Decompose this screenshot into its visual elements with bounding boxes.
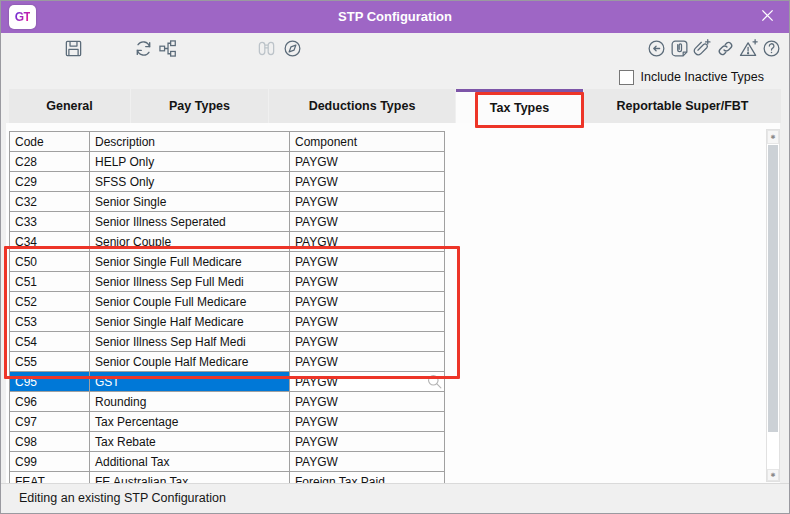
table-row[interactable]: C98Tax RebatePAYGW	[10, 432, 445, 452]
vertical-scrollbar[interactable]: ✱ ✱	[766, 129, 780, 482]
table-row[interactable]: C29SFSS OnlyPAYGW	[10, 172, 445, 192]
table-row[interactable]: C95GSTPAYGW	[10, 372, 445, 392]
cell-code[interactable]: C99	[10, 452, 90, 472]
close-icon	[761, 8, 774, 26]
column-header-component[interactable]: Component	[290, 132, 445, 152]
cell-description[interactable]: Senior Illness Sep Half Medi	[90, 332, 290, 352]
cell-code[interactable]: C55	[10, 352, 90, 372]
table-row[interactable]: C54Senior Illness Sep Half MediPAYGW	[10, 332, 445, 352]
cell-code[interactable]: C29	[10, 172, 90, 192]
close-button[interactable]	[753, 1, 781, 33]
cell-code[interactable]: C52	[10, 292, 90, 312]
cell-component[interactable]: PAYGW	[290, 372, 445, 392]
cell-component[interactable]: PAYGW	[290, 352, 445, 372]
table-row[interactable]: C32Senior SinglePAYGW	[10, 192, 445, 212]
table-row[interactable]: C34Senior CouplePAYGW	[10, 232, 445, 252]
tab-reportable-super-fbt[interactable]: Reportable Super/FBT	[584, 89, 781, 123]
cell-code[interactable]: C53	[10, 312, 90, 332]
cell-code[interactable]: C50	[10, 252, 90, 272]
cell-description[interactable]: SFSS Only	[90, 172, 290, 192]
cell-description[interactable]: Senior Illness Sep Full Medi	[90, 272, 290, 292]
save-icon[interactable]	[63, 38, 84, 59]
column-header-code[interactable]: Code	[10, 132, 90, 152]
cell-description[interactable]: HELP Only	[90, 152, 290, 172]
scrollbar-top-button[interactable]: ✱	[767, 130, 779, 144]
cell-component[interactable]: PAYGW	[290, 332, 445, 352]
back-icon[interactable]	[646, 38, 667, 59]
cell-code[interactable]: C32	[10, 192, 90, 212]
table-row[interactable]: C33Senior Illness SeperatedPAYGW	[10, 212, 445, 232]
tab-deductions-types[interactable]: Deductions Types	[269, 89, 455, 123]
table-row[interactable]: C55Senior Couple Half MedicarePAYGW	[10, 352, 445, 372]
cell-component[interactable]: PAYGW	[290, 172, 445, 192]
lookup-magnifier-icon[interactable]	[426, 373, 443, 390]
cell-component[interactable]: PAYGW	[290, 192, 445, 212]
help-icon[interactable]	[761, 38, 782, 59]
tab-label: Tax Types	[490, 101, 549, 115]
cell-component[interactable]: PAYGW	[290, 392, 445, 412]
navigate-icon[interactable]	[282, 38, 303, 59]
include-inactive-checkbox[interactable]	[619, 70, 634, 85]
cell-description[interactable]: Rounding	[90, 392, 290, 412]
tab-pay-types[interactable]: Pay Types	[131, 89, 268, 123]
cell-code[interactable]: C51	[10, 272, 90, 292]
note-attachment-icon[interactable]	[669, 38, 690, 59]
status-message: Editing an existing STP Configuration	[19, 484, 789, 513]
cell-component[interactable]: PAYGW	[290, 152, 445, 172]
cell-description[interactable]: Senior Single Half Medicare	[90, 312, 290, 332]
scrollbar-thumb[interactable]	[768, 145, 778, 432]
workflow-icon[interactable]	[157, 38, 178, 59]
cell-description[interactable]: Tax Percentage	[90, 412, 290, 432]
cell-code[interactable]: C34	[10, 232, 90, 252]
cell-code[interactable]: FEAT	[10, 472, 90, 484]
binoculars-icon[interactable]	[256, 38, 277, 59]
add-alert-icon[interactable]	[738, 38, 759, 59]
scrollbar-bottom-button[interactable]: ✱	[767, 469, 779, 481]
cell-description[interactable]: GST	[90, 372, 290, 392]
cell-description[interactable]: Senior Illness Seperated	[90, 212, 290, 232]
cell-component[interactable]: PAYGW	[290, 232, 445, 252]
cell-description[interactable]: Senior Couple	[90, 232, 290, 252]
cell-component[interactable]: Foreign Tax Paid	[290, 472, 445, 484]
table-row[interactable]: C51Senior Illness Sep Full MediPAYGW	[10, 272, 445, 292]
table-row[interactable]: C96RoundingPAYGW	[10, 392, 445, 412]
cell-description[interactable]: Tax Rebate	[90, 432, 290, 452]
cell-code[interactable]: C98	[10, 432, 90, 452]
tab-label: Deductions Types	[309, 99, 416, 113]
cell-code[interactable]: C33	[10, 212, 90, 232]
table-row[interactable]: C28HELP OnlyPAYGW	[10, 152, 445, 172]
link-icon[interactable]	[715, 38, 736, 59]
status-bar: Editing an existing STP Configuration	[1, 483, 789, 514]
cell-component[interactable]: PAYGW	[290, 292, 445, 312]
cell-description[interactable]: Senior Couple Full Medicare	[90, 292, 290, 312]
cell-component[interactable]: PAYGW	[290, 272, 445, 292]
table-row[interactable]: C97Tax PercentagePAYGW	[10, 412, 445, 432]
table-row[interactable]: C52Senior Couple Full MedicarePAYGW	[10, 292, 445, 312]
column-header-description[interactable]: Description	[90, 132, 290, 152]
cell-code[interactable]: C95	[10, 372, 90, 392]
table-row[interactable]: C99Additional TaxPAYGW	[10, 452, 445, 472]
cell-component[interactable]: PAYGW	[290, 452, 445, 472]
filter-row: Include Inactive Types	[619, 66, 764, 88]
add-attachment-icon[interactable]	[692, 38, 713, 59]
cell-description[interactable]: Senior Couple Half Medicare	[90, 352, 290, 372]
cell-code[interactable]: C96	[10, 392, 90, 412]
cell-code[interactable]: C97	[10, 412, 90, 432]
cell-component[interactable]: PAYGW	[290, 252, 445, 272]
cell-code[interactable]: C54	[10, 332, 90, 352]
cell-component[interactable]: PAYGW	[290, 212, 445, 232]
table-row[interactable]: C53Senior Single Half MedicarePAYGW	[10, 312, 445, 332]
tab-general[interactable]: General	[9, 89, 130, 123]
tab-tax-types[interactable]: Tax Types	[456, 89, 583, 123]
table-row[interactable]: FEATFE Australian TaxForeign Tax Paid	[10, 472, 445, 484]
cell-component[interactable]: PAYGW	[290, 412, 445, 432]
cell-description[interactable]: FE Australian Tax	[90, 472, 290, 484]
table-row[interactable]: C50Senior Single Full MedicarePAYGW	[10, 252, 445, 272]
cell-description[interactable]: Additional Tax	[90, 452, 290, 472]
cell-component[interactable]: PAYGW	[290, 312, 445, 332]
cell-description[interactable]: Senior Single Full Medicare	[90, 252, 290, 272]
refresh-icon[interactable]	[133, 38, 154, 59]
cell-code[interactable]: C28	[10, 152, 90, 172]
cell-component[interactable]: PAYGW	[290, 432, 445, 452]
cell-description[interactable]: Senior Single	[90, 192, 290, 212]
